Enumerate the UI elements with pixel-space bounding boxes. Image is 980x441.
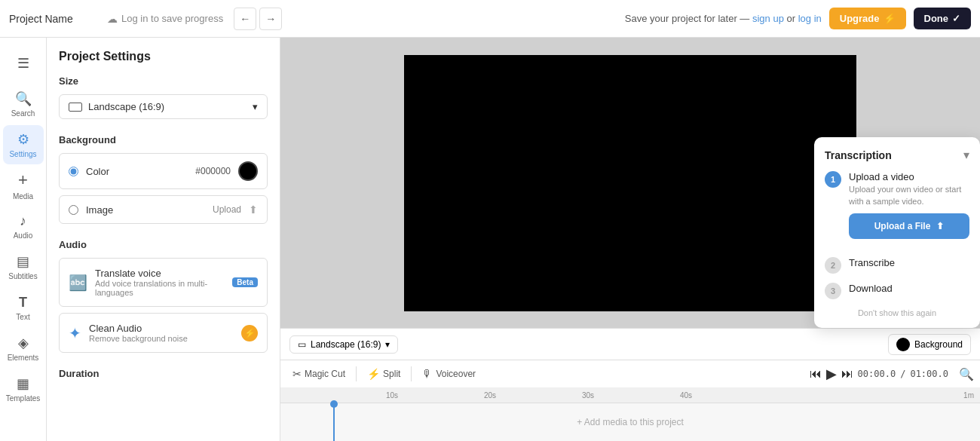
menu-icon: ☰ — [17, 55, 29, 72]
bg-selector[interactable]: Background — [888, 334, 971, 355]
upload-image-button[interactable]: Upload — [213, 204, 241, 215]
voiceover-button[interactable]: 🎙 Voiceover — [416, 365, 482, 383]
bg-color-radio[interactable] — [69, 167, 78, 176]
transcription-panel: Transcription ▾ 1 Upload a video Upload … — [814, 137, 980, 328]
split-label: Split — [383, 369, 400, 379]
settings-panel: Project Settings Size Landscape (16:9) ▾… — [47, 38, 280, 441]
done-button[interactable]: Done ✓ — [914, 8, 972, 29]
landscape-selector-label: Landscape (16:9) — [311, 339, 381, 350]
sidebar-item-elements[interactable]: ◈ Elements — [3, 329, 44, 368]
redo-button[interactable]: → — [259, 8, 282, 30]
translate-voice-card[interactable]: 🔤 Translate voice Add voice translations… — [59, 258, 268, 307]
sidebar-item-settings[interactable]: ⚙ Settings — [3, 125, 44, 164]
chevron-down-icon2: ▾ — [385, 339, 390, 350]
toolbar-separator2 — [411, 366, 412, 381]
dont-show-button[interactable]: Don't show this again — [825, 308, 969, 317]
zoom-icon: 🔍 — [959, 367, 974, 381]
skip-back-button[interactable]: ⏮ — [810, 367, 822, 381]
time-controls: ⏮ ▶ ⏭ 00:00.0 / 01:00.0 🔍 — [810, 366, 974, 382]
ruler-tick-1m: 1m — [963, 391, 974, 400]
templates-icon: ▦ — [17, 375, 29, 392]
top-bar: ☁ Log in to save progress ← → Save your … — [0, 0, 980, 38]
magic-cut-label: Magic Cut — [305, 369, 345, 379]
settings-icon: ⚙ — [17, 131, 29, 148]
split-button[interactable]: ⚡ Split — [361, 365, 406, 383]
done-label: Done — [924, 13, 949, 24]
sidebar-item-audio-label: Audio — [14, 231, 33, 240]
video-preview — [404, 55, 856, 311]
add-media-hint: + Add media to this project — [577, 417, 684, 427]
timeline-tracks[interactable]: + Add media to this project — [280, 403, 980, 441]
timeline-area: ✂ Magic Cut ⚡ Split 🎙 Voiceover ⏮ ▶ ⏭ — [280, 360, 980, 441]
upload-cloud-icon: ⬆ — [936, 221, 944, 231]
magic-cut-button[interactable]: ✂ Magic Cut — [286, 365, 351, 383]
transcription-header: Transcription ▾ — [825, 148, 969, 162]
preview-area: ▭ Landscape (16:9) ▾ Background ✂ Magic … — [280, 38, 980, 441]
color-hex-value: #000000 — [195, 166, 231, 176]
cloud-icon: ☁ — [107, 13, 118, 25]
ruler-tick-10s: 10s — [386, 391, 398, 400]
color-swatch[interactable] — [238, 161, 258, 181]
timeline-needle — [333, 403, 335, 441]
time-total: 01:00.0 — [910, 369, 948, 379]
time-separator: / — [900, 369, 905, 379]
sidebar-item-text-label: Text — [16, 313, 29, 321]
sidebar-item-media-label: Media — [13, 192, 33, 201]
sidebar-item-subtitles[interactable]: ▤ Subtitles — [3, 247, 44, 286]
magic-cut-icon: ✂ — [292, 368, 302, 380]
upgrade-button[interactable]: Upgrade ⚡ — [829, 8, 906, 29]
text-icon: T — [19, 295, 27, 311]
sidebar-item-subtitles-label: Subtitles — [8, 272, 37, 280]
sidebar-item-audio[interactable]: ♪ Audio — [3, 207, 44, 246]
duration-section: Duration — [59, 368, 268, 379]
timeline-toolbar: ✂ Magic Cut ⚡ Split 🎙 Voiceover ⏮ ▶ ⏭ — [280, 360, 980, 388]
size-dropdown[interactable]: Landscape (16:9) ▾ — [59, 94, 268, 119]
landscape-selector[interactable]: ▭ Landscape (16:9) ▾ — [289, 335, 398, 354]
translate-icon: 🔤 — [69, 274, 87, 292]
sidebar-item-media[interactable]: + Media — [3, 166, 44, 205]
duration-label: Duration — [59, 368, 268, 379]
cloud-save-indicator: ☁ Log in to save progress — [107, 13, 223, 25]
audio-icon: ♪ — [20, 213, 26, 229]
timeline-ruler: 10s 20s 30s 40s 1m — [280, 388, 980, 403]
clean-audio-card[interactable]: ✦ Clean Audio Remove background noise ⚡ — [59, 313, 268, 353]
bg-image-radio[interactable] — [69, 205, 78, 215]
log-in-link[interactable]: log in — [798, 13, 822, 24]
landscape-icon — [69, 103, 82, 112]
sidebar-item-menu[interactable]: ☰ — [3, 44, 44, 83]
play-button[interactable]: ▶ — [826, 366, 837, 382]
step-2-number: 2 — [825, 257, 841, 274]
checkmark-icon: ✓ — [952, 13, 960, 24]
sidebar-item-templates[interactable]: ▦ Templates — [3, 369, 44, 409]
voiceover-label: Voiceover — [436, 369, 476, 379]
chevron-down-icon: ▾ — [253, 101, 258, 112]
bg-image-option[interactable]: Image Upload ⬆ — [59, 195, 268, 224]
step-1-desc: Upload your own video or start with a sa… — [849, 184, 969, 207]
transcription-step-1: 1 Upload a video Upload your own video o… — [825, 171, 969, 248]
skip-forward-button[interactable]: ⏭ — [841, 367, 853, 381]
bg-color-option[interactable]: Color #000000 — [59, 153, 268, 189]
transcription-title: Transcription — [825, 149, 892, 161]
sidebar-item-templates-label: Templates — [6, 394, 41, 403]
plus-icon: + — [18, 170, 28, 190]
background-label: Background — [59, 134, 268, 145]
upload-file-button[interactable]: Upload a File ⬆ — [849, 213, 969, 239]
step-1-number: 1 — [825, 171, 841, 188]
project-name-input[interactable] — [9, 13, 100, 25]
audio-section: Audio 🔤 Translate voice Add voice transl… — [59, 239, 268, 353]
sidebar-item-text[interactable]: T Text — [3, 288, 44, 327]
premium-icon: ⚡ — [241, 325, 258, 341]
undo-redo-group: ← → — [234, 8, 282, 30]
upgrade-label: Upgrade — [840, 13, 880, 24]
undo-button[interactable]: ← — [234, 8, 256, 30]
translate-voice-sub: Add voice translations in multi-language… — [95, 279, 225, 297]
size-section: Size Landscape (16:9) ▾ — [59, 75, 268, 119]
sidebar-item-search[interactable]: 🔍 Search — [3, 84, 44, 124]
cloud-save-text: Log in to save progress — [121, 13, 223, 24]
save-hint: Save your project for later — sign up or… — [625, 13, 822, 24]
transcription-collapse-icon[interactable]: ▾ — [963, 148, 969, 162]
lightning-icon: ⚡ — [884, 13, 896, 24]
sign-up-link[interactable]: sign up — [752, 13, 784, 24]
main-content: ☰ 🔍 Search ⚙ Settings + Media ♪ Audio ▤ … — [0, 38, 980, 441]
step-1-title: Upload a video — [849, 171, 969, 182]
